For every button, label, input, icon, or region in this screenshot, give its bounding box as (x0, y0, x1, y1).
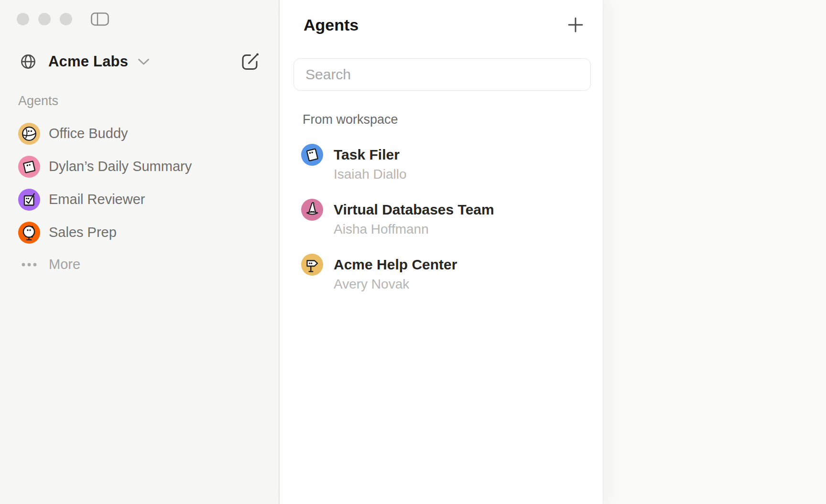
workspace-agent-virtual-databases-team[interactable]: Virtual Databases Team Aisha Hoffmann (301, 199, 494, 238)
sidebar-item-more[interactable]: More (10, 249, 271, 280)
sidebar-item-email-reviewer[interactable]: Email Reviewer (10, 183, 271, 216)
ellipsis-icon (18, 263, 40, 267)
agents-panel: Agents From workspace Task Filer Isaiah … (279, 0, 603, 504)
sidebar-item-dylans-daily-summary[interactable]: Dylan’s Daily Summary (10, 150, 271, 183)
agent-label: Office Buddy (49, 126, 128, 141)
window-controls (17, 13, 72, 25)
more-label: More (49, 257, 80, 272)
from-workspace-label: From workspace (303, 112, 398, 127)
search-input[interactable] (293, 58, 591, 91)
agent-owner: Avery Novak (334, 276, 457, 293)
add-agent-button[interactable] (568, 17, 583, 32)
sidebar-toggle-button[interactable] (91, 12, 109, 26)
agent-label: Email Reviewer (49, 192, 145, 207)
chevron-down-icon (138, 58, 150, 65)
panel-title: Agents (304, 14, 359, 35)
workspace-name: Acme Labs (48, 53, 128, 70)
sidebar-section-label: Agents (18, 94, 58, 108)
tilted-page-icon (301, 144, 323, 166)
minimize-button[interactable] (38, 13, 51, 25)
sidebar-panel-icon (91, 12, 109, 26)
agent-name: Virtual Databases Team (334, 199, 494, 221)
signpost-icon (301, 254, 323, 276)
agent-owner: Isaiah Diallo (334, 166, 407, 183)
agent-name: Task Filer (334, 144, 407, 166)
compose-button[interactable] (241, 52, 260, 71)
workspace-agent-acme-help-center[interactable]: Acme Help Center Avery Novak (301, 254, 457, 293)
sidebar-item-office-buddy[interactable]: Office Buddy (10, 117, 271, 150)
agent-label: Sales Prep (49, 225, 117, 240)
workspace-switcher[interactable]: Acme Labs (21, 50, 150, 73)
sidebar-item-sales-prep[interactable]: Sales Prep (10, 216, 271, 249)
basketball-face-icon (18, 123, 40, 145)
new-chat-compose-icon (241, 52, 260, 71)
workspace-agent-task-filer[interactable]: Task Filer Isaiah Diallo (301, 144, 407, 183)
agent-label: Dylan’s Daily Summary (49, 159, 192, 174)
wizard-hat-icon (301, 199, 323, 221)
close-button[interactable] (17, 13, 29, 25)
agent-name: Acme Help Center (334, 254, 457, 276)
plus-icon (568, 17, 583, 32)
sidebar: Acme Labs Agents (0, 0, 279, 504)
zoom-button[interactable] (60, 13, 72, 25)
desk-globe-icon (18, 222, 40, 244)
agent-owner: Aisha Hoffmann (334, 221, 494, 238)
sidebar-agent-list: Office Buddy Dylan’s Daily Summary (10, 117, 271, 280)
empty-content-area (604, 0, 826, 504)
workspace-row: Acme Labs (0, 50, 279, 73)
checkbox-check-icon (18, 189, 40, 211)
tilted-note-icon (18, 156, 40, 178)
globe-icon (21, 54, 36, 69)
